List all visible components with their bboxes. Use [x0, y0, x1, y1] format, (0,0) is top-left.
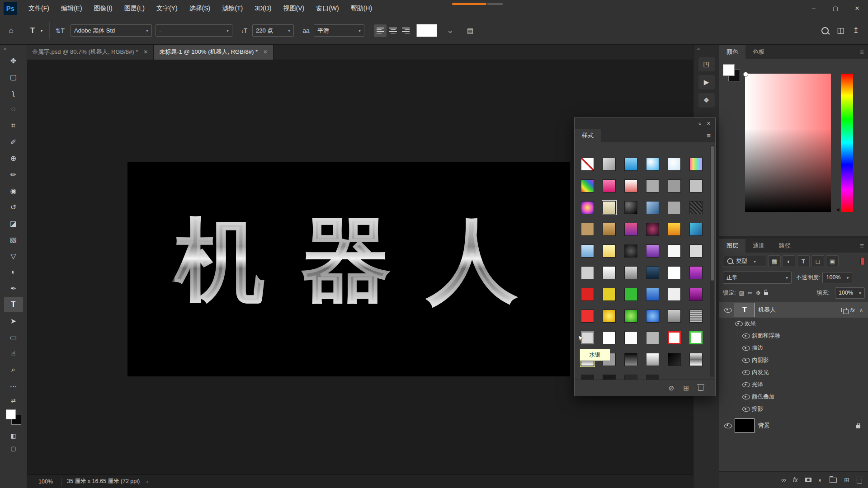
color-picker-marker[interactable]: [743, 72, 748, 77]
style-swatch-black-gloss[interactable]: [624, 201, 637, 214]
anti-alias-select[interactable]: 平滑 ▾: [314, 24, 364, 37]
style-swatch-magenta-violet[interactable]: [624, 223, 637, 236]
visibility-toggle[interactable]: [733, 321, 745, 326]
style-swatch-blue-gel[interactable]: [646, 158, 659, 171]
menu-item-10[interactable]: 帮助(H): [345, 0, 378, 17]
swap-colors-icon[interactable]: ⇄: [4, 394, 23, 407]
menu-item-4[interactable]: 文字(Y): [151, 0, 184, 17]
tab-color-0[interactable]: 颜色: [719, 45, 745, 59]
panel-menu-icon[interactable]: ≡: [860, 239, 864, 253]
effect-row-3[interactable]: 内发光: [719, 366, 868, 379]
crop-tool[interactable]: ⌗: [4, 118, 23, 133]
style-swatch-flat-light-gray[interactable]: [603, 158, 616, 171]
background-layer-thumbnail[interactable]: [735, 418, 755, 433]
delete-layer-button[interactable]: [857, 477, 862, 483]
rectangular-marquee-tool[interactable]: ▢: [4, 69, 23, 84]
style-swatch-charcoal-sparkle[interactable]: [624, 244, 637, 258]
foreground-background-colors[interactable]: [6, 409, 21, 425]
style-swatch-psychedelic[interactable]: [581, 201, 594, 214]
text-color-swatch[interactable]: [416, 24, 437, 37]
delete-style-button[interactable]: [698, 384, 703, 392]
eyedropper-tool[interactable]: ✐: [4, 134, 23, 150]
visibility-toggle[interactable]: [740, 346, 752, 351]
menu-item-8[interactable]: 视图(V): [277, 0, 310, 17]
style-swatch-green-glow[interactable]: [624, 310, 637, 323]
warp-text-icon[interactable]: [444, 24, 456, 38]
style-swatch-red[interactable]: [581, 288, 594, 301]
lock-all-button[interactable]: [764, 290, 768, 296]
canvas[interactable]: 机 器 人: [127, 162, 570, 376]
close-icon[interactable]: ✕: [263, 49, 268, 55]
visibility-toggle[interactable]: [740, 382, 752, 387]
style-swatch-white-gel[interactable]: [668, 158, 681, 171]
clear-style-button[interactable]: ⊘: [669, 384, 675, 392]
menu-item-6[interactable]: 滤镜(T): [216, 0, 249, 17]
toggle-panels-icon[interactable]: ▤: [464, 24, 476, 38]
menu-item-3[interactable]: 图层(L): [118, 0, 151, 17]
style-swatch-red-frame[interactable]: [668, 331, 681, 344]
layer-filter-toggle[interactable]: [860, 257, 865, 265]
pen-tool[interactable]: ✒: [4, 281, 23, 296]
style-swatch-black-fade[interactable]: [624, 353, 637, 366]
style-swatch-ridged[interactable]: [689, 310, 703, 323]
style-swatch-dark-weave[interactable]: [689, 201, 703, 214]
toolbar-collapse-chevron[interactable]: »: [0, 44, 6, 52]
lock-transparent-pixels-button[interactable]: ▨: [739, 290, 744, 296]
scrollbar-thumb[interactable]: [711, 146, 714, 281]
search-icon[interactable]: [819, 24, 831, 38]
effect-row-5[interactable]: 颜色叠加: [719, 391, 868, 403]
status-chevron-icon[interactable]: ›: [146, 479, 148, 485]
path-selection-tool[interactable]: ➤: [4, 313, 23, 328]
style-swatch-teal-sheen[interactable]: [689, 223, 703, 236]
style-swatch-chrome[interactable]: [689, 353, 703, 366]
tab-color-1[interactable]: 色板: [745, 45, 772, 59]
saturation-brightness-field[interactable]: [745, 74, 831, 212]
filter-smart-objects-button[interactable]: ▣: [826, 255, 839, 267]
expand-panels-chevron[interactable]: «: [693, 44, 719, 53]
filter-adjustment-layers-button[interactable]: ◐: [783, 255, 795, 267]
style-swatch-steel-fade[interactable]: [624, 266, 637, 279]
tool-preset-chevron-icon[interactable]: ▾: [38, 24, 45, 38]
style-swatch-yellow-glow[interactable]: [603, 310, 616, 323]
style-swatch-purple-gloss[interactable]: [689, 266, 703, 279]
move-tool[interactable]: ✥: [4, 53, 23, 68]
style-swatch-butter[interactable]: [603, 244, 616, 258]
new-layer-button[interactable]: ⊞: [844, 476, 849, 483]
history-brush-tool[interactable]: ↺: [4, 199, 23, 215]
visibility-toggle[interactable]: [740, 358, 752, 363]
style-swatch-flat-gray-3[interactable]: [689, 179, 703, 192]
style-swatch-flat-gray-1[interactable]: [646, 179, 659, 192]
brush-tool[interactable]: ✏: [4, 167, 23, 182]
layer-row-text[interactable]: T 机器人 fx ∧: [719, 302, 868, 318]
opacity-select[interactable]: 100% ▾: [822, 272, 852, 283]
filter-pixel-layers-button[interactable]: ▦: [768, 255, 781, 267]
style-swatch-sky[interactable]: [581, 244, 594, 258]
history-panel-icon[interactable]: ◳: [698, 57, 715, 71]
link-layers-button[interactable]: ∞: [781, 476, 786, 483]
style-swatch-none[interactable]: [581, 158, 594, 171]
styles-scrollbar[interactable]: [710, 145, 714, 377]
tab-layers-1[interactable]: 通道: [745, 239, 772, 253]
foreground-color-swatch[interactable]: [723, 64, 735, 76]
layer-row-background[interactable]: 背景: [719, 417, 868, 434]
zoom-tool[interactable]: ⌕: [4, 362, 23, 377]
lock-position-button[interactable]: ✥: [756, 290, 761, 296]
new-adjustment-layer-button[interactable]: ◐: [819, 476, 822, 483]
visibility-toggle[interactable]: [740, 370, 752, 375]
effect-row-2[interactable]: 内阴影: [719, 354, 868, 366]
style-swatch-light-gray[interactable]: [581, 266, 594, 279]
font-size-select[interactable]: 220 点 ▾: [252, 24, 294, 37]
close-button[interactable]: ✕: [846, 0, 868, 17]
style-swatch-bronze[interactable]: [603, 223, 616, 236]
style-swatch-yellow[interactable]: [603, 288, 616, 301]
visibility-toggle[interactable]: [722, 423, 734, 428]
effects-header-row[interactable]: 效果: [719, 318, 868, 330]
font-style-select[interactable]: - ▾: [156, 24, 232, 37]
style-swatch-magenta[interactable]: [689, 288, 703, 301]
document-tab-1[interactable]: 未标题-1 @ 100% (机器人, RGB/8#) * ✕: [154, 44, 274, 60]
style-swatch-dark-nebula[interactable]: [646, 223, 659, 236]
style-swatch-deep-blue[interactable]: [646, 266, 659, 279]
align-left-button[interactable]: [374, 24, 387, 37]
style-swatch-green-frame[interactable]: [689, 331, 703, 344]
style-swatch-pink-gradient[interactable]: [603, 179, 616, 192]
